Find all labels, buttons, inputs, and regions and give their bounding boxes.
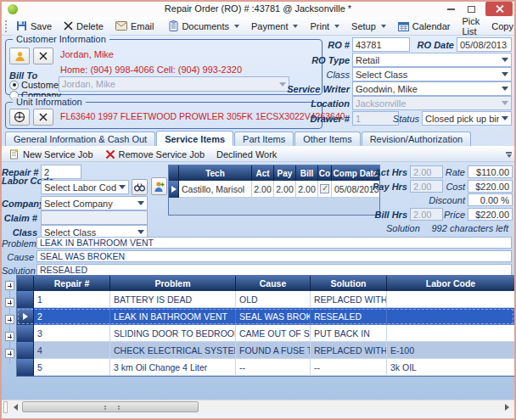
scrollbar-thumb[interactable] <box>22 401 199 412</box>
tech-cell[interactable]: Castillo, Marisol <box>179 181 252 198</box>
cost-field[interactable]: $220.00 <box>468 180 513 193</box>
close-button[interactable] <box>485 2 513 16</box>
labor-code-cell[interactable] <box>387 308 514 325</box>
problem-cell[interactable]: BATTERY IS DEAD <box>110 291 236 308</box>
repair-row-1[interactable]: 1 BATTERY IS DEAD OLD REPLACED WITH NEW … <box>17 291 514 308</box>
unit-clear-button[interactable] <box>33 109 53 126</box>
col-pay[interactable]: Pay <box>274 165 296 181</box>
co-cell[interactable] <box>318 181 332 198</box>
col-solution[interactable]: Solution <box>311 276 387 291</box>
repair-row-5[interactable]: 5 3 km Oil Change 4 Liter -- -- 3k OIL <box>17 359 514 376</box>
delete-button[interactable]: Delete <box>58 20 109 33</box>
save-button[interactable]: Save <box>10 19 58 33</box>
act-cell[interactable]: 2.00 <box>252 181 274 198</box>
discount-field[interactable]: 0.00 % <box>468 193 513 206</box>
solution-cell[interactable]: -- <box>311 359 387 376</box>
solution-cell[interactable]: REPLACED WITH NEW BAT <box>311 291 387 308</box>
row-expander-button[interactable] <box>5 315 14 324</box>
pick-list-button[interactable]: Pick List <box>456 14 485 38</box>
scroll-left-button[interactable] <box>9 401 21 413</box>
bill-to-customer-dropdown[interactable]: Jordan, Mike <box>59 76 289 92</box>
row-selector[interactable] <box>17 342 34 359</box>
documents-button[interactable]: Documents <box>163 19 245 33</box>
toolbar-overflow-button[interactable] <box>504 148 513 161</box>
cause-cell[interactable]: -- <box>236 359 311 376</box>
customer-lookup-button[interactable] <box>9 48 30 64</box>
company-dropdown[interactable]: Select Company <box>41 196 148 210</box>
col-labor-code[interactable]: Labor Code <box>387 276 514 291</box>
tab-general-information[interactable]: General Information & Cash Out <box>5 132 155 146</box>
location-dropdown[interactable]: Jacksonville <box>352 96 512 110</box>
status-dropdown[interactable]: Closed pick up bin <box>422 111 512 126</box>
claim-number-field[interactable] <box>41 210 148 225</box>
repair-no-cell[interactable]: 4 <box>34 342 110 359</box>
col-problem[interactable]: Problem <box>110 276 236 291</box>
tab-other-items[interactable]: Other Items <box>294 132 360 146</box>
setup-button[interactable]: Setup <box>345 20 392 33</box>
repair-row-2-selected[interactable]: 2 LEAK IN BATHROOM VENT SEAL WAS BROKEN … <box>17 308 514 325</box>
solution-cell[interactable]: PUT BACK IN <box>311 325 387 342</box>
col-co[interactable]: Co <box>318 165 332 181</box>
bill-cell[interactable]: 2.00 <box>296 181 318 198</box>
repair-no-cell[interactable]: 2 <box>34 308 110 325</box>
class-dropdown[interactable]: Select Class <box>352 67 512 81</box>
row-selector[interactable] <box>169 181 179 198</box>
remove-service-job-button[interactable]: Remove Service Job <box>102 148 212 160</box>
cause-cell[interactable]: CAME OUT OF SLIDE <box>236 325 311 342</box>
completed-checkbox[interactable] <box>320 184 329 193</box>
row-selector[interactable] <box>17 308 34 325</box>
problem-field[interactable]: LEAK IN BATHROOM VENT <box>36 237 512 249</box>
problem-cell[interactable]: 3 km Oil Change 4 Liter <box>110 359 236 376</box>
customer-clear-button[interactable] <box>33 48 53 64</box>
col-act[interactable]: Act <box>252 165 274 181</box>
repair-row-3[interactable]: 3 SLIDING DOOR TO BEDROOM IS BROKEN CAME… <box>17 325 514 342</box>
payment-button[interactable]: Payment <box>245 20 304 33</box>
repair-row-4[interactable]: 4 CHECK ELECTRICAL SYSTEM - DIAGNOSTIC F… <box>17 342 514 359</box>
cause-field[interactable]: SEAL WAS BROKEN <box>36 250 512 262</box>
cause-cell[interactable]: FOUND A FUSE THAT HAD <box>236 342 311 359</box>
row-expander-button[interactable] <box>5 332 14 341</box>
print-button[interactable]: Print <box>304 20 345 33</box>
scroll-right-button[interactable] <box>501 401 513 413</box>
price-field[interactable]: $220.00 <box>468 208 513 221</box>
solution-cell[interactable]: REPLACED WITH 5AMP FUS <box>311 342 387 359</box>
cause-cell[interactable]: SEAL WAS BROKEN <box>236 308 311 325</box>
labor-code-dropdown[interactable]: Select Labor Code <box>41 180 129 194</box>
labor-code-cell[interactable]: E-100 <box>387 342 514 359</box>
row-expander-button[interactable] <box>5 281 14 290</box>
pay-cell[interactable]: 2.00 <box>274 181 296 198</box>
col-bill[interactable]: Bill <box>296 165 318 181</box>
row-selector[interactable] <box>17 291 34 308</box>
labor-code-search-button[interactable] <box>132 179 148 195</box>
col-repair-number[interactable]: Repair # <box>34 276 110 291</box>
tab-part-items[interactable]: Part Items <box>234 132 294 146</box>
problem-cell[interactable]: CHECK ELECTRICAL SYSTEM - DIAGNOSTIC <box>110 342 236 359</box>
repair-no-cell[interactable]: 1 <box>34 291 110 308</box>
row-selector[interactable] <box>17 359 34 376</box>
col-tech[interactable]: Tech <box>179 165 252 181</box>
tab-service-items[interactable]: Service Items <box>156 131 233 146</box>
row-expander-button[interactable] <box>5 349 14 358</box>
bill-to-customer-radio[interactable]: Customer <box>9 80 62 90</box>
unit-lookup-button[interactable] <box>9 109 30 126</box>
problem-cell[interactable]: SLIDING DOOR TO BEDROOM IS BROKEN <box>110 325 236 342</box>
service-writer-dropdown[interactable]: Goodwin, Mike <box>352 81 512 96</box>
ro-type-dropdown[interactable]: Retail <box>352 53 512 67</box>
email-button[interactable]: Email <box>109 20 160 33</box>
assign-tech-button[interactable] <box>151 177 167 195</box>
tab-revision-authorization[interactable]: Revision/Authorization <box>362 132 471 146</box>
repair-no-cell[interactable]: 3 <box>34 325 110 342</box>
new-service-job-button[interactable]: New Service Job <box>6 148 100 160</box>
repair-no-cell[interactable]: 5 <box>34 359 110 376</box>
scrollbar-splitter-handle[interactable] <box>3 401 8 413</box>
ro-date-field[interactable]: 05/08/2013 <box>457 37 512 52</box>
declined-work-button[interactable]: Declined Work <box>213 148 283 160</box>
calendar-button[interactable]: Calendar <box>392 20 457 33</box>
rate-field[interactable]: $110.00 <box>468 165 513 178</box>
solution-cell[interactable]: RESEALED <box>311 308 387 325</box>
row-expander-button[interactable] <box>5 298 14 307</box>
row-selector[interactable] <box>17 325 34 342</box>
labor-code-cell[interactable] <box>387 325 514 342</box>
horizontal-scrollbar[interactable] <box>2 400 514 413</box>
labor-code-cell[interactable]: 3k OIL <box>387 359 514 376</box>
